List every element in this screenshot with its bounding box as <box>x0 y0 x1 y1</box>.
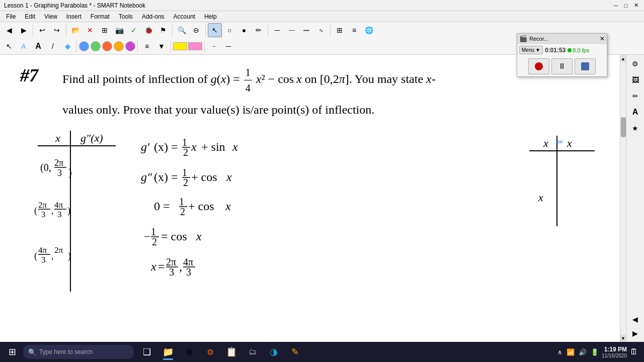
line-style-btn2[interactable]: ─ <box>221 39 235 53</box>
sidebar-pen-btn[interactable]: ✏ <box>628 89 642 103</box>
sidebar-text-btn[interactable]: A <box>628 105 642 119</box>
back-button[interactable]: ◀ <box>2 23 16 37</box>
circle-tool[interactable]: ○ <box>222 23 236 37</box>
scrollbar-track[interactable] <box>620 63 626 334</box>
dash-line-btn[interactable]: ╌ <box>207 39 221 53</box>
color-swatch-2[interactable] <box>91 41 101 51</box>
battery-icon[interactable]: 🔋 <box>590 347 600 357</box>
menu-help[interactable]: Help <box>200 12 221 21</box>
volume-icon[interactable]: 🔊 <box>578 347 588 357</box>
svg-text:x: x <box>538 191 543 204</box>
chrome-icon: ⊕ <box>186 346 193 357</box>
show-hidden-icons[interactable]: ∧ <box>556 347 564 357</box>
svg-text:3: 3 <box>57 210 62 219</box>
highlight-btn[interactable]: A <box>17 39 31 53</box>
svg-text:2: 2 <box>180 206 185 217</box>
grid-button[interactable]: ⊞ <box>98 23 112 37</box>
chrome-button[interactable]: ⊕ <box>179 343 199 361</box>
notebook-scrollbar[interactable]: ▲ ▼ <box>620 55 626 342</box>
app6-button[interactable]: 📋 <box>221 343 242 361</box>
line-style3[interactable]: ╍╍ <box>299 23 313 37</box>
sidebar-image-btn[interactable]: 🖼 <box>628 73 642 87</box>
bullet-list-btn[interactable]: ≡ <box>140 39 154 53</box>
activity-button[interactable]: ⚑ <box>156 23 170 37</box>
zoom-out-button[interactable]: ⊖ <box>189 23 203 37</box>
highlight-yellow[interactable] <box>173 42 187 50</box>
menu-format[interactable]: Format <box>87 12 114 21</box>
eraser-tool[interactable]: ◈ <box>60 39 74 53</box>
start-button[interactable]: ⊞ <box>2 343 22 361</box>
svg-text:−: − <box>144 230 150 243</box>
line-style1[interactable]: ─ <box>270 23 284 37</box>
svg-text:x: x <box>225 200 231 213</box>
close-button[interactable]: ✕ <box>632 2 640 10</box>
file-explorer-button[interactable]: 📁 <box>158 343 178 361</box>
undo-button[interactable]: ↩ <box>35 23 49 37</box>
check-button[interactable]: ✓ <box>127 23 141 37</box>
menu-view[interactable]: View <box>40 12 61 21</box>
maximize-button[interactable]: □ <box>622 2 630 10</box>
app9-button[interactable]: ✎ <box>285 343 305 361</box>
filled-circle-tool[interactable]: ● <box>237 23 251 37</box>
app7-button[interactable]: 🗂 <box>243 343 263 361</box>
rec-record-button[interactable] <box>528 58 549 74</box>
camera-button[interactable]: 📷 <box>112 23 126 37</box>
sidebar-next-btn[interactable]: ▶ <box>628 326 642 340</box>
rec-menu-button[interactable]: Menu ▼ <box>519 46 543 54</box>
minimize-button[interactable]: ─ <box>612 2 620 10</box>
scrollbar-up[interactable]: ▲ <box>620 55 626 63</box>
text-tool[interactable]: A <box>31 39 45 53</box>
select-tool[interactable]: ↖ <box>208 23 222 37</box>
menu-insert[interactable]: Insert <box>62 12 86 21</box>
rec-title: Recor... <box>529 36 548 42</box>
app8-button[interactable]: ◑ <box>264 343 284 361</box>
grid-view-btn[interactable]: ⊞ <box>333 23 347 37</box>
sep4 <box>205 24 206 36</box>
taskbar-search[interactable]: 🔍 Type here to search <box>23 345 134 359</box>
line-style2[interactable]: ╌╌ <box>285 23 299 37</box>
task-view-button[interactable]: ❑ <box>137 343 157 361</box>
select-arrow[interactable]: ↖ <box>2 39 16 53</box>
globe-btn[interactable]: 🌐 <box>362 23 376 37</box>
svg-text:3: 3 <box>41 210 46 219</box>
color-swatch-1[interactable] <box>79 41 89 51</box>
close-doc-button[interactable]: ✕ <box>83 23 97 37</box>
sep9 <box>171 40 171 52</box>
app5-button[interactable]: ⚙ <box>200 343 220 361</box>
redo-button[interactable]: ↪ <box>50 23 64 37</box>
search-placeholder: Type here to search <box>39 348 93 355</box>
rec-stop-button[interactable] <box>575 58 596 74</box>
menu-tools[interactable]: Tools <box>115 12 137 21</box>
rec-pause-button[interactable]: ⏸ <box>551 58 573 74</box>
forward-button[interactable]: ▶ <box>17 23 31 37</box>
network-icon[interactable]: 📶 <box>566 347 576 357</box>
zoom-page-button[interactable]: 🔍 <box>175 23 189 37</box>
svg-text:(: ( <box>34 251 37 261</box>
color-swatch-5[interactable] <box>125 41 135 51</box>
sidebar-star-btn[interactable]: ★ <box>628 121 642 135</box>
line-style4[interactable]: ∿ <box>314 23 328 37</box>
rec-close-button[interactable]: ✕ <box>600 35 605 42</box>
color-swatch-3[interactable] <box>102 41 112 51</box>
color-swatch-4[interactable] <box>114 41 124 51</box>
notification-icon[interactable]: 🗓 <box>629 346 639 357</box>
scrollbar-down[interactable]: ▼ <box>620 334 626 342</box>
highlight-pink[interactable] <box>188 42 202 50</box>
svg-text:): ) <box>67 206 70 216</box>
character-button[interactable]: 🐞 <box>141 23 155 37</box>
sidebar-prev-btn[interactable]: ◀ <box>628 312 642 326</box>
clock[interactable]: 1:19 PM 11/16/2020 <box>602 346 627 358</box>
list-view-btn[interactable]: ≡ <box>347 23 361 37</box>
dropdown-arrow[interactable]: ▼ <box>154 39 169 53</box>
menu-file[interactable]: File <box>2 12 20 21</box>
svg-text:x: x <box>196 230 202 243</box>
menu-edit[interactable]: Edit <box>21 12 39 21</box>
sidebar-settings-btn[interactable]: ⚙ <box>628 57 642 71</box>
scrollbar-thumb[interactable] <box>621 117 626 137</box>
menu-account[interactable]: Account <box>170 12 199 21</box>
open-button[interactable]: 📂 <box>68 23 83 37</box>
menu-addons[interactable]: Add-ons <box>138 12 169 21</box>
problem-statement: #7 Find all points of inflection of g(x)… <box>20 65 600 96</box>
line-draw-tool[interactable]: / <box>46 39 60 53</box>
eraser-pen-tool[interactable]: ✏ <box>252 23 266 37</box>
